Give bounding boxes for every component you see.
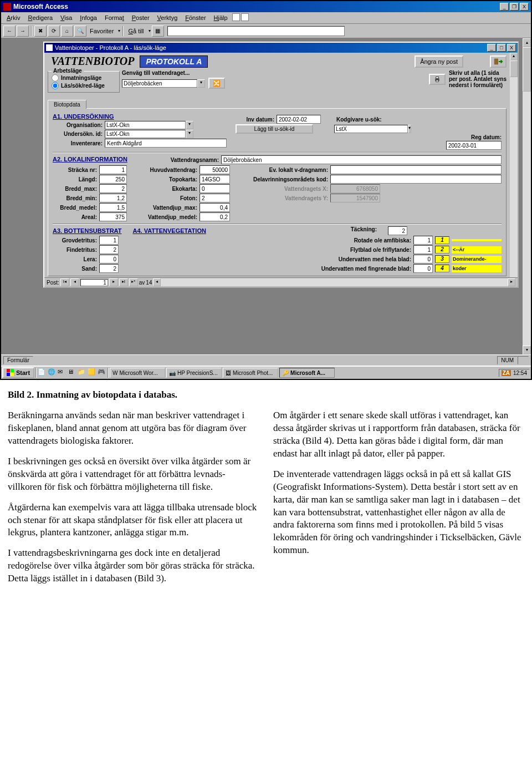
form-scroll-thumb[interactable] — [510, 60, 518, 77]
menu-hjalp[interactable]: Hjälp — [211, 13, 231, 22]
quicklaunch-icon-3[interactable]: ✉ — [58, 368, 66, 377]
stracka-input[interactable] — [99, 165, 127, 174]
langd-input[interactable] — [99, 175, 127, 184]
genvag-combo[interactable]: ▾ — [122, 79, 205, 88]
undersoknid-combo[interactable]: ▾ — [105, 130, 193, 138]
undh-input[interactable] — [413, 255, 433, 263]
restore-button[interactable]: ❐ — [510, 3, 519, 11]
tab-biotopdata[interactable]: Biotopdata — [48, 100, 86, 109]
ekokarta-input[interactable] — [200, 184, 230, 193]
radio-lassok[interactable]: Läs/sök/red-läge — [52, 82, 116, 89]
scroll-up-icon[interactable]: ▴ — [523, 38, 531, 47]
favoriter-dropdown-icon[interactable]: ▾ — [117, 28, 120, 33]
undersoknid-dd-icon[interactable]: ▾ — [186, 130, 193, 138]
evlokalt-input[interactable] — [330, 165, 502, 174]
menu-redigera[interactable]: Redigera — [24, 13, 56, 22]
kodgivare-dd-icon[interactable]: ▾ — [408, 125, 411, 133]
menu-extra-icon-2[interactable] — [241, 13, 249, 21]
areal-input[interactable] — [99, 212, 127, 221]
breddmax-input[interactable] — [99, 184, 127, 193]
exit-door-icon[interactable] — [490, 55, 507, 68]
kodgivare-input[interactable] — [334, 125, 408, 133]
menu-format[interactable]: Format — [101, 13, 127, 22]
tackning-input[interactable] — [388, 226, 407, 235]
inventerare-input[interactable] — [105, 139, 227, 148]
kodgivare-combo[interactable]: ▾ — [334, 125, 390, 133]
findetritus-input[interactable] — [99, 245, 119, 254]
breddmedel-input[interactable] — [99, 203, 127, 212]
close-button[interactable]: X — [520, 3, 529, 11]
vdjupmax-input[interactable] — [200, 203, 230, 212]
dom-3[interactable]: 3 — [435, 255, 449, 263]
task-word[interactable]: WMicrosoft Wor... — [110, 368, 165, 378]
laggtill-button[interactable]: Lägg till u-sök-id — [236, 124, 313, 134]
toolbar-icon[interactable]: ▦ — [152, 26, 164, 37]
lang-indicator[interactable]: ZA — [502, 370, 511, 376]
genvag-input[interactable] — [122, 79, 197, 88]
refresh-button[interactable]: ⟳ — [48, 26, 60, 37]
menu-poster[interactable]: Poster — [129, 13, 153, 22]
menu-extra-icon-1[interactable] — [232, 13, 240, 21]
gatill-dropdown-icon[interactable]: ▾ — [147, 28, 151, 33]
organisation-combo[interactable]: ▾ — [105, 121, 193, 129]
start-button[interactable]: Start — [2, 367, 34, 378]
task-photo[interactable]: 🖼Microsoft Phot... — [223, 368, 278, 378]
home-button[interactable]: ⌂ — [61, 26, 73, 37]
genvag-dropdown-icon[interactable]: ▾ — [197, 79, 205, 88]
workspace-scrollbar[interactable]: ▴ ▾ — [522, 38, 531, 354]
grovdetritus-input[interactable] — [99, 236, 119, 245]
form-close-button[interactable]: X — [507, 44, 516, 52]
task-hp[interactable]: 📷HP PrecisionS... — [166, 368, 222, 378]
record-hscroll[interactable]: ◂ ▸ — [153, 278, 515, 286]
task-access[interactable]: 🔑Microsoft A... — [279, 368, 335, 378]
huvud-input[interactable] — [200, 165, 230, 174]
organisation-input[interactable] — [105, 121, 186, 129]
quicklaunch-icon-7[interactable]: 🎮 — [98, 368, 106, 377]
foton-input[interactable] — [200, 194, 230, 202]
radio-inmatning[interactable]: Inmatningsläge — [52, 74, 116, 82]
nav-last-button[interactable]: ▸I — [119, 278, 128, 286]
genvag-go-button[interactable]: 🔀 — [208, 78, 225, 89]
vdjupmedel-input[interactable] — [200, 212, 230, 221]
nav-prev-button[interactable]: ◂ — [70, 278, 79, 286]
breddmin-input[interactable] — [99, 194, 127, 202]
hscroll-right-icon[interactable]: ▸ — [508, 278, 515, 286]
quicklaunch-icon-1[interactable]: 📄 — [38, 368, 47, 377]
hscroll-left-icon[interactable]: ◂ — [153, 278, 161, 286]
rotade-input[interactable] — [413, 236, 433, 245]
record-current-input[interactable] — [80, 279, 108, 286]
menu-verktyg[interactable]: Verktyg — [154, 13, 181, 22]
organisation-dd-icon[interactable]: ▾ — [186, 121, 193, 129]
flytblad-input[interactable] — [413, 245, 433, 254]
undf-input[interactable] — [413, 264, 433, 273]
menu-visa[interactable]: Visa — [57, 13, 75, 22]
nav-forward-button[interactable]: → — [17, 26, 29, 37]
quicklaunch-icon-4[interactable]: 🖥 — [68, 368, 76, 377]
dom-4[interactable]: 4 — [435, 265, 449, 272]
nav-back-button[interactable]: ← — [3, 26, 16, 37]
form-maximize-button[interactable]: □ — [497, 44, 506, 52]
delavr-input[interactable] — [330, 175, 502, 184]
menu-infoga[interactable]: Infoga — [76, 13, 100, 22]
form-scroll-up-icon[interactable]: ▴ — [510, 53, 518, 60]
quicklaunch-icon-6[interactable]: 🟨 — [88, 368, 96, 377]
menu-fonster[interactable]: Fönster — [182, 13, 209, 22]
undersoknid-input[interactable] — [105, 130, 186, 138]
lera-input[interactable] — [99, 255, 119, 263]
dom-1[interactable]: 1 — [435, 236, 449, 244]
invdatum-input[interactable] — [277, 115, 321, 124]
form-scrollbar[interactable]: ▴ — [510, 53, 518, 277]
nav-first-button[interactable]: I◂ — [60, 278, 69, 286]
search-button[interactable]: 🔍 — [74, 26, 86, 37]
menu-arkiv[interactable]: Arkiv — [3, 13, 23, 22]
favoriter-label[interactable]: Favoriter — [88, 28, 116, 34]
scroll-thumb[interactable] — [523, 47, 531, 92]
minimize-button[interactable]: _ — [500, 3, 509, 11]
topokarta-input[interactable] — [200, 175, 230, 184]
scroll-down-icon[interactable]: ▾ — [523, 346, 531, 354]
address-bar[interactable] — [167, 26, 345, 36]
nav-new-button[interactable]: ▸* — [129, 278, 138, 286]
gatill-label[interactable]: Gå till — [126, 28, 146, 34]
stop-button[interactable]: ✖ — [34, 26, 47, 37]
quicklaunch-icon-2[interactable]: 🌐 — [48, 368, 57, 377]
